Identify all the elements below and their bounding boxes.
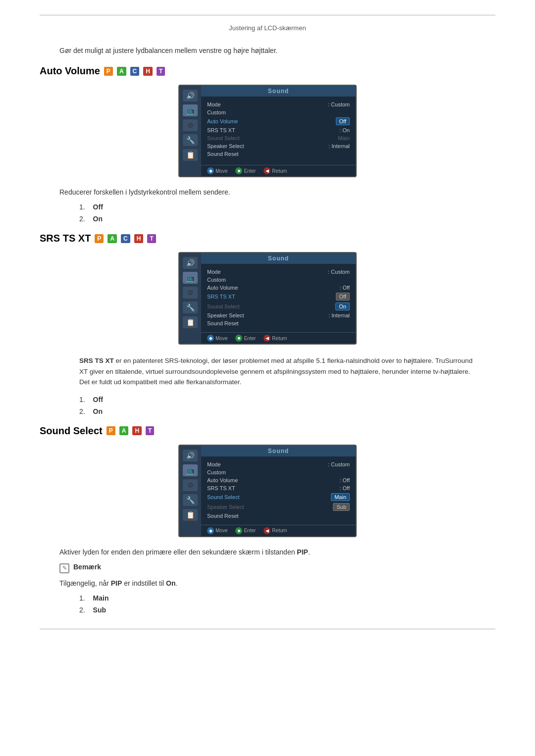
notice-label: Bemærk [73, 563, 101, 571]
btn-enter-1: ■ Enter [235, 167, 256, 174]
auto-volume-screen-container: 🔊 📺 ⚙ 🔧 📋 Sound Mode : Custom Custom Aut… [40, 85, 495, 177]
on-bold: On [166, 579, 175, 587]
btn-label: Enter [244, 168, 256, 174]
list-item: 1. Off [79, 396, 495, 403]
row-value: : Off [320, 477, 350, 483]
badge-t-1: T [157, 67, 165, 76]
badge-h-3: H [132, 426, 142, 435]
sound-select-sidebar: 🔊 📺 ⚙ 🔧 📋 [179, 446, 201, 536]
srs-bold: SRS TS XT [79, 357, 114, 364]
sidebar-icon-1: 🔊 [183, 257, 198, 269]
auto-volume-tv-content: Sound Mode : Custom Custom Auto Volume O… [201, 86, 356, 165]
sidebar-icon-2: 📺 [183, 464, 198, 476]
move-icon: ◆ [207, 167, 214, 174]
row-label: Custom [207, 277, 226, 283]
auto-volume-sidebar: 🔊 📺 ⚙ 🔧 📋 [179, 86, 201, 176]
move-icon: ◆ [207, 527, 214, 534]
auto-volume-description: Reducerer forskellen i lydstyrkekontrol … [59, 188, 495, 196]
sidebar-icon-2: 📺 [183, 272, 198, 284]
sound-select-tv-content: Sound Mode : Custom Custom Auto Volume :… [201, 446, 356, 525]
badge-p-3: P [107, 426, 115, 435]
row-value-on: On [335, 302, 350, 310]
badge-a-2: A [107, 234, 117, 243]
row-value: : Off [320, 485, 350, 491]
tv-row-autovolume-1: Auto Volume Off [207, 116, 350, 126]
item-label: Sub [93, 606, 106, 614]
page-title: Justering af LCD-skærmen [40, 24, 495, 32]
tv-row-soundreset-3: Sound Reset [207, 512, 350, 520]
sidebar-icon-4: 🔧 [183, 134, 198, 146]
tv-row-soundreset-2: Sound Reset [207, 319, 350, 327]
top-border [40, 15, 495, 15]
move-icon: ◆ [207, 335, 214, 342]
sidebar-icon-4: 🔧 [183, 494, 198, 506]
item-number: 2. [79, 215, 85, 223]
badge-t-2: T [147, 234, 156, 243]
pip-bold-2: PIP [111, 579, 122, 587]
tv-row-speakerselect-2: Speaker Select : Internal [207, 311, 350, 319]
sidebar-icon-2: 📺 [183, 104, 198, 116]
btn-enter-3: ■ Enter [235, 527, 256, 534]
sidebar-icon-1: 🔊 [183, 450, 198, 461]
sidebar-icon-3: ⚙ [183, 479, 198, 491]
btn-label: Move [215, 336, 227, 341]
row-label: Speaker Select [207, 312, 244, 318]
enter-icon: ■ [235, 167, 242, 174]
btn-label: Move [215, 528, 227, 533]
sound-select-panel-title: Sound [201, 446, 356, 456]
srs-ts-xt-panel-title: Sound [201, 253, 356, 264]
auto-volume-title: Auto Volume [40, 65, 100, 77]
sound-select-description: Aktiver lyden for enden den primære elle… [59, 548, 495, 556]
badge-h-1: H [143, 67, 153, 76]
srs-ts-xt-sidebar: 🔊 📺 ⚙ 🔧 📋 [179, 253, 201, 344]
btn-move-1: ◆ Move [207, 167, 227, 174]
item-number: 1. [79, 203, 85, 211]
btn-label: Enter [244, 336, 256, 341]
item-label: Off [93, 396, 103, 403]
item-label: On [93, 215, 103, 223]
row-label: Speaker Select [207, 143, 244, 149]
btn-return-1: ◀ Return [264, 167, 287, 174]
row-label: Custom [207, 109, 226, 115]
row-value-main: Main [331, 493, 350, 501]
srs-ts-xt-heading: SRS TS XT P A C H T [40, 233, 495, 244]
badge-a-1: A [117, 67, 126, 76]
row-label: Sound Select [207, 303, 239, 309]
btn-enter-2: ■ Enter [235, 335, 256, 342]
item-number: 1. [79, 396, 85, 403]
notice-box: ✎ Bemærk [59, 563, 495, 573]
sound-select-title: Sound Select [40, 425, 103, 437]
tv-row-soundselect-1: Sound Select Main [207, 134, 350, 142]
item-label: On [93, 407, 103, 415]
srs-ts-xt-tv-content: Sound Mode : Custom Custom Auto Volume :… [201, 253, 356, 332]
badge-a-3: A [119, 426, 129, 435]
notice-text: Tilgængelig, når PIP er indstillet til O… [59, 579, 495, 587]
badge-c-2: C [121, 234, 130, 243]
srs-ts-xt-bottom-bar: ◆ Move ■ Enter ◀ Return [179, 332, 356, 344]
btn-label: Return [272, 336, 287, 341]
tv-row-custom-3: Custom [207, 468, 350, 476]
badge-h-2: H [134, 234, 144, 243]
tv-row-srs-2: SRS TS XT Off [207, 292, 350, 302]
srs-ts-xt-tv-screen: 🔊 📺 ⚙ 🔧 📋 Sound Mode : Custom Custom Aut… [178, 252, 357, 345]
btn-return-3: ◀ Return [264, 527, 287, 534]
pip-bold: PIP [297, 548, 308, 556]
list-item: 2. On [79, 407, 495, 415]
row-label: Mode [207, 269, 221, 275]
tv-row-soundselect-3: Sound Select Main [207, 492, 350, 502]
return-icon: ◀ [264, 527, 270, 534]
tv-row-autovolume-2: Auto Volume : Off [207, 284, 350, 292]
row-value: : Custom [320, 461, 350, 467]
tv-row-custom-2: Custom [207, 276, 350, 284]
tv-row-soundreset-1: Sound Reset [207, 150, 350, 158]
row-value: Main [320, 135, 350, 141]
sidebar-icon-3: ⚙ [183, 287, 198, 299]
row-label: Sound Reset [207, 320, 239, 326]
btn-label: Enter [244, 528, 256, 533]
notice-icon: ✎ [59, 563, 69, 573]
sidebar-icon-5: 📋 [183, 149, 198, 161]
return-icon: ◀ [264, 167, 270, 174]
tv-row-custom-1: Custom [207, 108, 350, 116]
intro-text: Gør det muligt at justere lydbalancen me… [59, 47, 495, 54]
sidebar-icon-4: 🔧 [183, 302, 198, 313]
